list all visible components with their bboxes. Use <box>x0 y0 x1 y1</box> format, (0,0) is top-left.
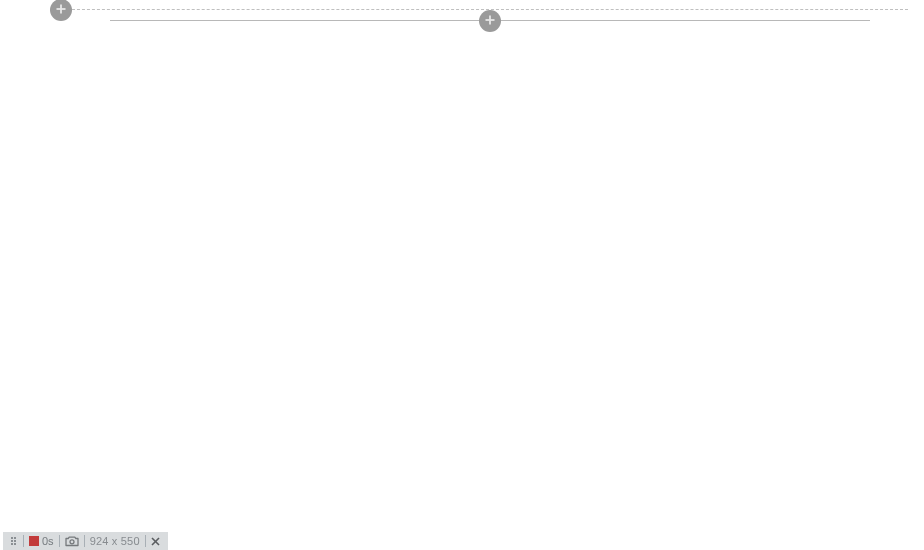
close-icon <box>151 537 160 546</box>
svg-point-4 <box>70 539 74 543</box>
dimensions-label: 924 x 550 <box>86 532 144 550</box>
record-icon <box>29 536 39 546</box>
add-column-button[interactable] <box>479 10 501 32</box>
separator <box>23 535 24 547</box>
record-button[interactable]: 0s <box>25 532 58 550</box>
separator <box>145 535 146 547</box>
screenshot-button[interactable] <box>61 532 83 550</box>
timer-label: 0s <box>39 535 54 547</box>
canvas-area <box>0 0 924 530</box>
separator <box>84 535 85 547</box>
grip-icon <box>9 537 18 545</box>
plus-icon <box>484 14 496 29</box>
drag-handle[interactable] <box>5 532 22 550</box>
capture-toolbar: 0s 924 x 550 <box>3 532 168 550</box>
add-row-button[interactable] <box>50 0 72 21</box>
separator <box>59 535 60 547</box>
plus-icon <box>55 3 67 18</box>
close-button[interactable] <box>147 532 164 550</box>
camera-icon <box>65 536 79 547</box>
